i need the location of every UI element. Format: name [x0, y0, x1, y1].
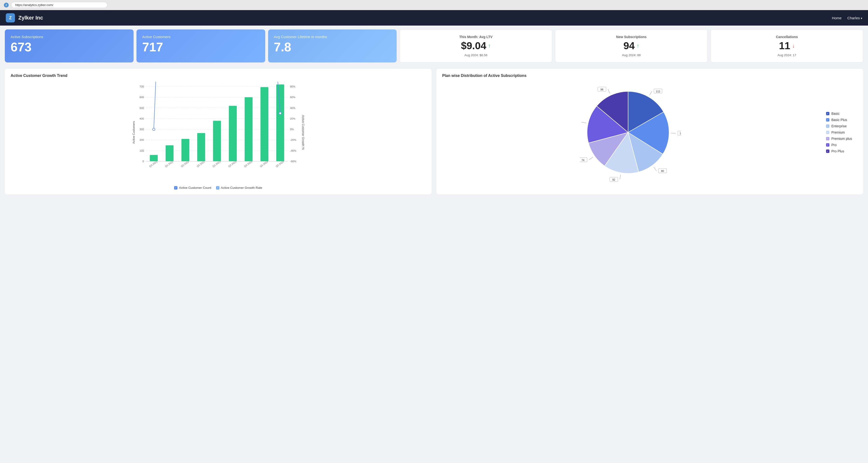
pie-legend-checkbox: ✓	[826, 137, 830, 140]
bar-chart-title: Active Customer Growth Trend	[10, 73, 426, 78]
pie-chart-title: Plan wise Distribution of Active Subscri…	[442, 73, 858, 78]
kpi-value: $9.04	[461, 41, 486, 51]
svg-rect-38	[245, 97, 253, 161]
bar-chart-panel: Active Customer Growth Trend 01002003004…	[5, 69, 432, 194]
svg-rect-26	[150, 155, 158, 161]
legend-label: Active Customer Growth Rate	[221, 186, 262, 189]
bar-chart-legend: ✓Active Customer Count✓Active Customer G…	[10, 186, 426, 189]
kpi-value: 717	[142, 41, 259, 53]
svg-text:600: 600	[140, 96, 144, 99]
pie-legend-item-enterprise: ✓ Enterprise	[826, 124, 858, 128]
legend-item-0: ✓Active Customer Count	[174, 186, 211, 189]
svg-text:112: 112	[656, 90, 660, 93]
kpi-sub: Aug 2024: $8.56	[406, 53, 546, 57]
svg-text:40%: 40%	[290, 106, 296, 110]
svg-line-69	[582, 122, 586, 123]
svg-rect-34	[213, 121, 221, 161]
browser-favicon: Z	[4, 3, 9, 7]
pie-legend: ✓ Basic ✓ Basic Plus ✓ Enterprise ✓ Prem…	[826, 112, 858, 153]
svg-text:Active Customers: Active Customers	[132, 121, 135, 144]
pie-chart-svg: 11211680927410198	[580, 82, 681, 183]
arrow-up-icon: ↑	[488, 43, 491, 49]
username-label: Charles	[847, 16, 860, 20]
svg-text:200: 200	[140, 138, 144, 141]
pie-legend-checkbox: ✓	[826, 150, 830, 153]
kpi-card-avg-lifetime: Avg Customer Lifetime in months 7.8	[268, 29, 397, 62]
svg-text:74: 74	[582, 159, 585, 161]
svg-text:60%: 60%	[290, 96, 296, 99]
svg-text:700: 700	[140, 85, 144, 88]
kpi-label: New Subscriptions	[561, 35, 702, 39]
navbar-left: Z Zylker Inc	[6, 13, 43, 23]
kpi-label: This Month: Avg LTV	[406, 35, 546, 39]
pie-legend-item-pro: ✓ Pro	[826, 143, 858, 147]
legend-checkbox: ✓	[216, 186, 219, 189]
svg-line-66	[589, 157, 593, 160]
legend-item-1: ✓Active Customer Growth Rate	[216, 186, 262, 189]
pie-legend-checkbox: ✓	[826, 124, 830, 128]
pie-legend-label: Pro Plus	[831, 149, 844, 153]
kpi-card-active-subscriptions: Active Subscriptions 673	[5, 29, 133, 62]
arrow-down-icon: ↓	[792, 43, 795, 49]
svg-line-60	[654, 167, 656, 171]
svg-rect-32	[197, 133, 205, 161]
kpi-label: Cancellations	[717, 35, 857, 39]
bar-chart-svg: 0100200300400500600700-60%-40%-20%0%20%4…	[10, 82, 426, 183]
pie-legend-label: Basic Plus	[831, 118, 847, 122]
pie-legend-item-premium: ✓ Premium	[826, 130, 858, 134]
kpi-card-avg-ltv: This Month: Avg LTV $9.04 ↑ Aug 2024: $8…	[400, 29, 552, 62]
svg-text:300: 300	[140, 128, 144, 131]
kpi-card-active-customers: Active Customers 717	[136, 29, 265, 62]
main-content: Active Customer Growth Trend 01002003004…	[0, 66, 868, 199]
home-link[interactable]: Home	[832, 16, 841, 20]
pie-legend-label: Basic	[831, 112, 840, 116]
bar-chart-container: 0100200300400500600700-60%-40%-20%0%20%4…	[10, 82, 426, 183]
app-logo: Z	[6, 13, 15, 23]
kpi-card-cancellations: Cancellations 11 ↓ Aug 2024: 17	[711, 29, 863, 62]
navbar: Z Zylker Inc Home Charles	[0, 10, 868, 26]
svg-text:400: 400	[140, 117, 144, 120]
svg-text:80: 80	[661, 169, 664, 173]
pie-legend-checkbox: ✓	[826, 112, 830, 115]
svg-point-44	[153, 128, 155, 130]
arrow-up-icon: ↑	[637, 43, 639, 49]
kpi-value: 673	[10, 41, 128, 53]
pie-legend-checkbox: ✓	[826, 118, 830, 122]
pie-legend-item-basic: ✓ Basic	[826, 112, 858, 116]
svg-text:0%: 0%	[290, 128, 294, 131]
kpi-sub: Aug 2024: 88	[561, 53, 702, 57]
svg-text:500: 500	[140, 106, 144, 110]
svg-text:0: 0	[143, 160, 144, 163]
user-menu[interactable]: Charles	[847, 16, 862, 20]
legend-checkbox: ✓	[174, 186, 178, 189]
pie-legend-item-premium-plus: ✓ Premium plus	[826, 137, 858, 141]
pie-legend-label: Enterprise	[831, 124, 847, 128]
pie-legend-checkbox: ✓	[826, 143, 830, 147]
svg-text:80%: 80%	[290, 85, 296, 88]
pie-legend-label: Pro	[831, 143, 837, 147]
pie-legend-item-basic-plus: ✓ Basic Plus	[826, 118, 858, 122]
svg-text:100: 100	[140, 149, 144, 152]
svg-text:Active Customer Growth %: Active Customer Growth %	[301, 115, 305, 150]
kpi-value: 94	[623, 41, 635, 51]
svg-line-63	[620, 175, 621, 179]
svg-rect-28	[166, 146, 174, 161]
browser-chrome: Z https://analytics.zylker.com/	[0, 0, 868, 10]
svg-text:-60%: -60%	[290, 160, 296, 163]
kpi-label: Avg Customer Lifetime in months	[274, 35, 391, 39]
pie-legend-item-pro-plus: ✓ Pro Plus	[826, 149, 858, 153]
svg-text:-20%: -20%	[290, 138, 296, 141]
app-title: Zylker Inc	[18, 15, 43, 21]
legend-label: Active Customer Count	[179, 186, 211, 189]
svg-text:20%: 20%	[290, 117, 296, 120]
svg-line-72	[608, 89, 610, 94]
browser-url-bar[interactable]: https://analytics.zylker.com/	[11, 2, 107, 8]
svg-rect-40	[260, 87, 268, 161]
svg-point-52	[279, 112, 281, 115]
pie-legend-label: Premium	[831, 130, 845, 134]
pie-chart-panel: Plan wise Distribution of Active Subscri…	[436, 69, 863, 194]
svg-text:116: 116	[680, 132, 681, 135]
chevron-down-icon	[861, 16, 862, 20]
kpi-value: 7.8	[274, 41, 391, 53]
kpi-sub: Aug 2024: 17	[717, 53, 857, 57]
